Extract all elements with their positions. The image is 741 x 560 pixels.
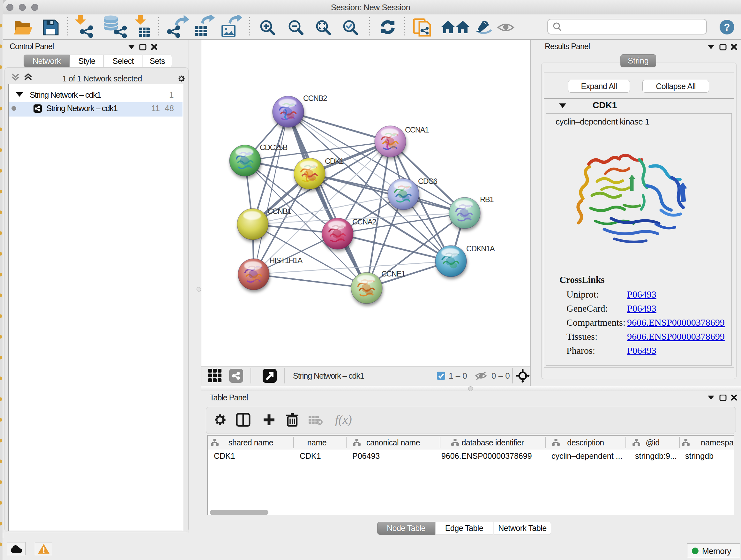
svg-text:CCNA2: CCNA2 <box>352 217 376 226</box>
svg-text:RB1: RB1 <box>480 195 494 204</box>
svg-text:CDC25B: CDC25B <box>260 143 287 152</box>
svg-text:CDC6: CDC6 <box>418 177 437 186</box>
svg-text:CDK1: CDK1 <box>325 157 344 165</box>
svg-text:description: description <box>567 438 604 447</box>
svg-text:canonical name: canonical name <box>366 438 420 447</box>
svg-text:name: name <box>307 438 327 447</box>
svg-text:f(x): f(x) <box>335 413 352 427</box>
svg-text:0 – 0: 0 – 0 <box>491 371 510 381</box>
svg-text:CCNB2: CCNB2 <box>303 94 327 103</box>
svg-text:shared name: shared name <box>228 438 273 447</box>
svg-text:HIST1H1A: HIST1H1A <box>269 256 302 265</box>
svg-text:String Network – cdk1: String Network – cdk1 <box>293 371 364 381</box>
svg-text:@id: @id <box>646 438 659 447</box>
svg-text:CCNE1: CCNE1 <box>381 269 405 278</box>
svg-text:1 – 0: 1 – 0 <box>449 371 467 381</box>
svg-text:CCNA1: CCNA1 <box>405 125 429 134</box>
svg-text:database identifier: database identifier <box>462 438 524 447</box>
svg-text:CCNB1: CCNB1 <box>267 207 291 215</box>
svg-text:?: ? <box>724 22 730 33</box>
svg-text:namespac: namespac <box>701 438 734 447</box>
svg-text:CDKN1A: CDKN1A <box>466 244 495 253</box>
